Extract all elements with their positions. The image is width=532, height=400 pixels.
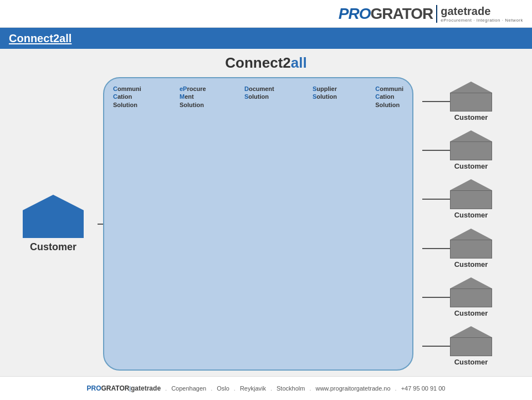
- sol-rest-2b: ent: [185, 93, 194, 100]
- banner: Connect2all: [0, 28, 532, 49]
- right-customer-label-3: Customer: [454, 211, 488, 219]
- right-building-body-3: [450, 190, 492, 209]
- footer-website: www.prograitorgatetrade.no: [315, 385, 390, 392]
- sol-rest-5b: ation: [380, 93, 394, 100]
- left-customer-label: Customer: [30, 241, 76, 253]
- right-customer-label-1: Customer: [454, 113, 488, 121]
- solution-supplier: Supplier Solution: [313, 85, 337, 109]
- logo-gatetrade: gatetrade eProcurement · Integration · N…: [441, 5, 523, 23]
- solution-communication-2: Communi Cation Solution: [375, 85, 403, 109]
- footer-city-4: Stockholm: [277, 385, 305, 392]
- logo: PROGRATOR gatetrade eProcurement · Integ…: [339, 5, 523, 23]
- sol-label-2c: Solution: [180, 101, 206, 109]
- right-customer-row-3: Customer: [422, 179, 492, 219]
- footer-sep-2: .: [211, 385, 212, 392]
- blue-box: Communi Cation Solution eProcure Ment S: [103, 77, 413, 371]
- sol-highlight-3: D: [244, 85, 249, 92]
- sol-label-4: Supplier: [313, 85, 337, 93]
- sol-label-3b: Solution: [244, 93, 274, 100]
- header: PROGRATOR gatetrade eProcurement · Integ…: [0, 0, 532, 28]
- footer-gatetrade: gatetrade: [131, 384, 161, 392]
- right-customer-row-4: Customer: [422, 229, 492, 269]
- sol-label-5: Communi: [375, 85, 403, 93]
- logo-grator: GRATOR: [371, 5, 433, 22]
- footer-sep-1: .: [165, 385, 167, 392]
- footer-sep-5: .: [309, 385, 311, 392]
- right-customer-row-5: Customer: [422, 277, 492, 317]
- right-connector-5: [422, 297, 450, 298]
- right-customer-label-5: Customer: [454, 309, 488, 317]
- left-building-body: [23, 210, 84, 238]
- right-building-6: Customer: [450, 326, 492, 366]
- page-title: Connect2all: [9, 54, 523, 72]
- footer: PROGRATOR|gatetrade . Copenhagen . Oslo …: [0, 376, 532, 400]
- left-customer: Customer: [9, 77, 98, 371]
- sol-label-4b: Solution: [313, 93, 337, 100]
- logo-divider: [436, 5, 437, 23]
- right-customer-row-1: Customer: [422, 82, 492, 121]
- solution-document: Document Solution: [244, 85, 274, 109]
- right-building-roof-6: [450, 326, 492, 337]
- right-building-roof-2: [450, 130, 492, 141]
- footer-pro: PRO: [87, 384, 101, 392]
- footer-logo: PROGRATOR|gatetrade: [87, 384, 161, 392]
- right-building-1: Customer: [450, 82, 492, 121]
- sol-rest-1a: ommuni: [117, 85, 141, 92]
- right-building-4: Customer: [450, 229, 492, 269]
- solutions-row: Communi Cation Solution eProcure Ment S: [113, 85, 403, 109]
- logo-text: PROGRATOR: [339, 5, 433, 23]
- sol-highlight-1b: C: [113, 93, 117, 100]
- sol-highlight-1: C: [113, 85, 117, 92]
- sol-rest-3b: olution: [248, 93, 269, 100]
- right-building-roof-1: [450, 82, 492, 93]
- right-building-3: Customer: [450, 179, 492, 219]
- right-building-roof-3: [450, 179, 492, 190]
- right-building-body-5: [450, 288, 492, 307]
- footer-sep-6: .: [395, 385, 397, 392]
- right-building-2: Customer: [450, 130, 492, 170]
- footer-phone: +47 95 00 91 00: [401, 385, 446, 392]
- logo-pro: PRO: [339, 5, 371, 22]
- sol-rest-5a: ommuni: [380, 85, 403, 92]
- right-connector-6: [422, 346, 450, 347]
- right-customer-label-4: Customer: [454, 260, 488, 269]
- right-building-body-2: [450, 141, 492, 160]
- footer-sep-4: .: [270, 385, 272, 392]
- footer-grator: GRATOR: [101, 384, 130, 392]
- right-building-roof-5: [450, 277, 492, 288]
- right-customer-label-2: Customer: [454, 162, 488, 170]
- footer-city-3: Reykjavik: [240, 385, 266, 392]
- sol-rest-4: upplier: [316, 85, 337, 92]
- sol-label-3: Document: [244, 85, 274, 93]
- left-building-roof: [23, 195, 84, 210]
- right-building-body-4: [450, 240, 492, 259]
- footer-city-1: Copenhagen: [171, 385, 206, 392]
- gatetrade-text: gatetrade: [441, 5, 523, 18]
- right-connector-3: [422, 199, 450, 200]
- right-building-roof-4: [450, 229, 492, 240]
- sol-rest-4b: olution: [316, 93, 337, 100]
- sol-rest-2: rocure: [187, 85, 206, 92]
- sol-rest-3: ocument: [249, 85, 274, 92]
- sol-label-1c: Solution: [113, 101, 141, 109]
- banner-title: Connect2all: [9, 32, 71, 45]
- tagline-text: eProcurement · Integration · Network: [441, 18, 523, 23]
- sol-label-2: eProcure: [180, 85, 206, 93]
- sol-label-1b: Cation: [113, 93, 141, 100]
- left-building-shape: [23, 195, 84, 238]
- right-connector-2: [422, 150, 450, 151]
- sol-rest-1b: ation: [117, 93, 132, 100]
- solution-communication: Communi Cation Solution: [113, 85, 141, 109]
- footer-city-2: Oslo: [217, 385, 229, 392]
- solution-eprocurement: eProcure Ment Solution: [180, 85, 206, 109]
- sol-label-1: Communi: [113, 85, 141, 93]
- right-building-body-1: [450, 93, 492, 112]
- diagram-area: Customer Communi Cation Solution: [9, 77, 523, 371]
- left-connector-wrapper: [98, 77, 103, 371]
- right-customer-label-6: Customer: [454, 358, 488, 366]
- sol-label-2b: Ment: [180, 93, 206, 100]
- main-content: Connect2all Customer Communi: [0, 49, 532, 376]
- sol-label-5b: Cation: [375, 93, 403, 100]
- sol-highlight-2c: M: [180, 93, 185, 100]
- right-building-body-6: [450, 337, 492, 356]
